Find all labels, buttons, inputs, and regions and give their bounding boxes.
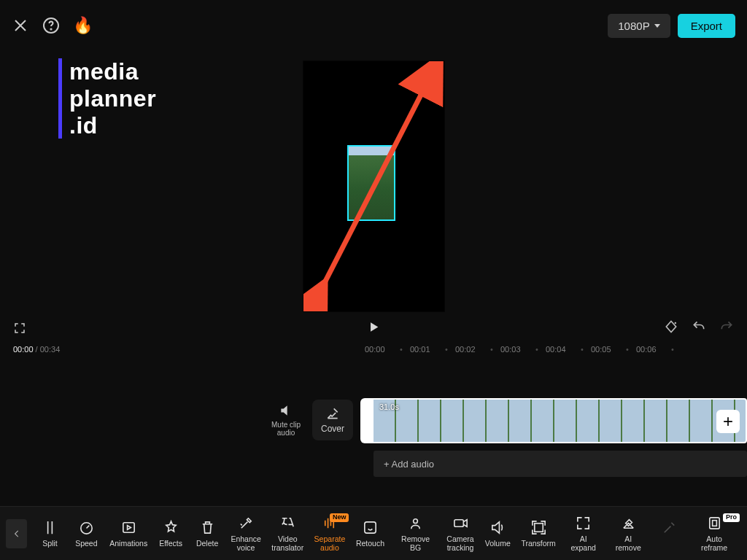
redo-icon [719, 319, 734, 337]
ruler-tick: 00:04 [546, 345, 591, 354]
svg-point-7 [414, 519, 418, 524]
svg-rect-11 [712, 521, 716, 526]
add-audio-label: + Add audio [384, 459, 434, 470]
play-button[interactable] [367, 320, 381, 337]
export-button[interactable]: Export [678, 14, 735, 38]
ruler-tick: 00:05 [591, 345, 636, 354]
timecode: 00:00 / 00:34 [13, 345, 60, 354]
enhance-voice-tool[interactable]: Enhancevoice [225, 515, 266, 552]
auto-reframe-tool[interactable]: Pro Auto reframe [687, 515, 741, 552]
clip-duration: 31.0s [379, 402, 399, 411]
effects-tool[interactable]: Effects [152, 519, 189, 548]
fullscreen-icon[interactable] [13, 322, 26, 335]
speed-label: Speed [75, 540, 97, 548]
delete-label: Delete [196, 540, 218, 548]
resolution-dropdown[interactable]: 1080P [608, 14, 670, 38]
svg-rect-9 [534, 523, 543, 532]
ruler-tick: 00:06 [636, 345, 681, 354]
clip-trim-handle[interactable] [360, 398, 374, 443]
selected-clip-box[interactable] [347, 145, 395, 221]
current-time: 00:00 [13, 345, 34, 354]
effects-label: Effects [159, 540, 182, 548]
close-icon[interactable] [12, 17, 29, 34]
timeline-ruler[interactable]: 00:00 00:01 00:02 00:03 00:04 00:05 00:0… [365, 341, 747, 357]
keyframe-icon[interactable] [664, 319, 678, 337]
svg-rect-10 [709, 518, 719, 529]
help-icon[interactable] [42, 17, 60, 34]
ai-expand-label: AI expand [568, 535, 599, 552]
clip-track[interactable]: 31.0s + [374, 398, 747, 443]
retouch-tool[interactable]: Retouch [350, 519, 390, 548]
svg-point-4 [81, 523, 92, 534]
remove-bg-tool[interactable]: Remove BG [390, 515, 441, 552]
add-clip-button[interactable]: + [716, 410, 740, 433]
volume-tool[interactable]: Volume [479, 519, 516, 548]
video-translator-tool[interactable]: Videotranslator [266, 515, 309, 552]
speed-tool[interactable]: Speed [68, 519, 104, 548]
ai-remove-label: AI remove [612, 535, 644, 552]
cover-label: Cover [321, 424, 344, 434]
auto-reframe-label: Auto reframe [694, 535, 735, 552]
undo-icon[interactable] [692, 319, 706, 337]
flame-icon[interactable]: 🔥 [73, 16, 93, 35]
animations-label: Animations [109, 540, 147, 548]
pro-badge: Pro [723, 513, 740, 522]
ruler-tick: 00:02 [455, 345, 500, 354]
svg-rect-6 [365, 522, 376, 533]
camera-tracking-tool[interactable]: Cameratracking [441, 515, 479, 552]
animations-tool[interactable]: Animations [104, 519, 152, 548]
split-label: Split [42, 540, 57, 548]
split-tool[interactable]: Split [31, 519, 68, 548]
bottom-toolbar: Split Speed Animations Effects Delete En… [0, 506, 747, 560]
transform-label: Transform [521, 540, 555, 548]
add-audio-track[interactable]: + Add audio [374, 451, 747, 477]
svg-point-1 [50, 28, 51, 29]
new-badge: New [330, 513, 349, 522]
total-time: 00:34 [40, 345, 61, 354]
preview-area [0, 51, 747, 321]
mute-clip-label: Mute clip audio [268, 421, 303, 437]
svg-rect-8 [454, 520, 462, 527]
ruler-tick: 00:03 [500, 345, 546, 354]
remove-bg-label: Remove BG [396, 535, 435, 552]
retouch-label: Retouch [356, 540, 384, 548]
toolbar-back-button[interactable] [6, 519, 27, 548]
svg-rect-5 [123, 523, 134, 532]
chevron-down-icon [654, 24, 660, 28]
transform-tool[interactable]: Transform [516, 519, 561, 548]
preview-canvas[interactable] [303, 61, 445, 312]
ai-expand-tool[interactable]: AI expand [561, 515, 605, 552]
separate-audio-tool[interactable]: New Separateaudio [309, 515, 350, 552]
ai-remove-tool[interactable]: AI remove [605, 515, 651, 552]
disabled-tool [651, 519, 687, 548]
cover-button[interactable]: Cover [312, 400, 353, 440]
delete-tool[interactable]: Delete [189, 519, 225, 548]
mute-clip-button[interactable]: Mute clip audio [268, 403, 303, 437]
ruler-tick: 00:01 [410, 345, 455, 354]
ruler-tick: 00:00 [365, 345, 410, 354]
volume-label: Volume [485, 540, 511, 548]
svg-point-3 [675, 322, 677, 324]
resolution-label: 1080P [618, 20, 649, 32]
